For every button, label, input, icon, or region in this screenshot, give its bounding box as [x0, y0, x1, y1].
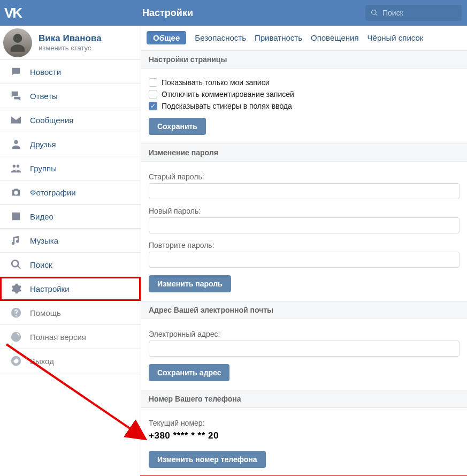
vk-logo[interactable]: VK	[0, 0, 26, 26]
tab-privacy[interactable]: Приватность	[255, 33, 302, 42]
tab-notifications[interactable]: Оповещения	[311, 33, 359, 42]
checkbox-stickers[interactable]: Подсказывать стикеры в полях ввода	[149, 102, 460, 110]
sidebar: Вика Иванова изменить статус Новости Отв…	[0, 26, 141, 476]
change-password-button[interactable]: Изменить пароль	[149, 275, 231, 292]
phone-value: +380 **** * ** 20	[149, 430, 460, 441]
sidebar-item-label: Ответы	[30, 92, 58, 101]
sidebar-item-label: Новости	[30, 67, 61, 77]
film-icon	[10, 210, 22, 223]
sidebar-item-friends[interactable]: Друзья	[0, 132, 141, 156]
avatar[interactable]	[3, 28, 32, 57]
gear-icon	[10, 282, 22, 295]
music-icon	[10, 234, 22, 247]
envelope-icon	[10, 114, 22, 126]
sidebar-item-label: Фотографии	[30, 188, 76, 197]
tab-security[interactable]: Безопасность	[195, 33, 246, 42]
sidebar-item-label: Друзья	[30, 140, 56, 149]
sidebar-item-fullversion[interactable]: Полная версия	[0, 325, 141, 349]
section-header-page: Настройки страницы	[141, 50, 467, 69]
search-placeholder: Поиск	[382, 9, 403, 17]
sidebar-item-groups[interactable]: Группы	[0, 156, 141, 180]
sidebar-item-messages[interactable]: Сообщения	[0, 108, 141, 132]
checkbox-label: Показывать только мои записи	[162, 78, 269, 87]
logout-icon	[10, 354, 22, 367]
repeat-password-input[interactable]	[149, 252, 460, 268]
tab-general[interactable]: Общее	[147, 31, 186, 44]
profile-block[interactable]: Вика Иванова изменить статус	[0, 26, 141, 60]
new-password-input[interactable]	[149, 217, 460, 233]
sidebar-item-video[interactable]: Видео	[0, 205, 141, 229]
search-input[interactable]: Поиск	[365, 5, 462, 21]
sidebar-item-search[interactable]: Поиск	[0, 253, 141, 277]
users-icon	[10, 162, 22, 175]
section-header-password: Изменение пароля	[141, 143, 467, 162]
old-password-input[interactable]	[149, 183, 460, 199]
checkbox-label: Отключить комментирование записей	[162, 90, 294, 99]
sidebar-item-photos[interactable]: Фотографии	[0, 180, 141, 205]
tabs: Общее Безопасность Приватность Оповещени…	[141, 26, 467, 50]
sidebar-item-label: Настройки	[30, 284, 70, 293]
phone-label: Текущий номер:	[149, 419, 460, 427]
sidebar-item-replies[interactable]: Ответы	[0, 84, 141, 108]
search-icon	[371, 9, 378, 17]
checkbox-disable-comments[interactable]: Отключить комментирование записей	[149, 90, 460, 99]
tab-blacklist[interactable]: Чёрный список	[368, 33, 424, 42]
globe-icon	[10, 330, 22, 343]
sidebar-item-logout[interactable]: Выход	[0, 349, 141, 373]
top-bar: VK Настройки Поиск	[0, 0, 467, 26]
page-title: Настройки	[26, 7, 193, 19]
sidebar-item-label: Музыка	[30, 236, 58, 245]
email-label: Электронный адрес:	[149, 330, 460, 338]
speech-icon	[10, 65, 22, 78]
help-icon	[10, 306, 22, 319]
main-area: Общее Безопасность Приватность Оповещени…	[141, 26, 467, 476]
search-icon	[10, 258, 22, 271]
sidebar-item-settings[interactable]: Настройки	[0, 277, 141, 301]
sidebar-item-label: Помощь	[30, 308, 61, 318]
repeat-password-label: Повторите пароль:	[149, 241, 460, 250]
profile-name[interactable]: Вика Иванова	[39, 33, 102, 44]
sidebar-item-news[interactable]: Новости	[0, 60, 141, 84]
checkbox-show-mine[interactable]: Показывать только мои записи	[149, 78, 460, 87]
sidebar-item-label: Сообщения	[30, 116, 73, 125]
change-phone-button[interactable]: Изменить номер телефона	[149, 451, 266, 468]
section-header-phone: Номер Вашего телефона	[141, 390, 467, 408]
sidebar-item-music[interactable]: Музыка	[0, 229, 141, 253]
save-button[interactable]: Сохранить	[149, 118, 206, 135]
sidebar-item-label: Группы	[30, 164, 57, 173]
sidebar-item-label: Полная версия	[30, 333, 86, 342]
sidebar-item-label: Видео	[30, 212, 53, 221]
checkbox-label: Подсказывать стикеры в полях ввода	[162, 102, 292, 110]
camera-icon	[10, 186, 22, 199]
email-input[interactable]	[149, 341, 460, 357]
profile-status[interactable]: изменить статус	[39, 44, 102, 52]
sidebar-item-label: Выход	[30, 357, 54, 366]
sidebar-item-label: Поиск	[30, 260, 52, 269]
old-password-label: Старый пароль:	[149, 172, 460, 181]
save-email-button[interactable]: Сохранить адрес	[149, 364, 229, 381]
sidebar-item-help[interactable]: Помощь	[0, 301, 141, 325]
new-password-label: Новый пароль:	[149, 207, 460, 215]
section-header-email: Адрес Вашей электронной почты	[141, 301, 467, 319]
bubbles-icon	[10, 89, 22, 102]
user-icon	[10, 138, 22, 150]
